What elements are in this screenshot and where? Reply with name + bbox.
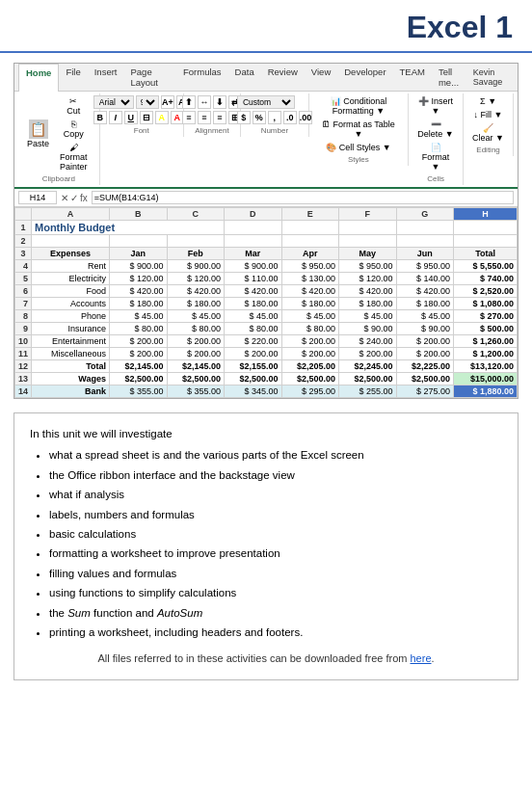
misc-jan[interactable]: $ 200.00: [110, 348, 168, 360]
tab-review[interactable]: Review: [261, 64, 305, 91]
header-total[interactable]: Total: [454, 248, 518, 260]
elec-feb[interactable]: $ 120.00: [167, 273, 225, 285]
misc-jun[interactable]: $ 200.00: [396, 348, 454, 360]
right-align-button[interactable]: ≡: [213, 111, 226, 124]
number-format-select[interactable]: Custom: [237, 95, 295, 109]
insert-cells-button[interactable]: ➕ Insert ▼: [414, 95, 457, 117]
wages-total[interactable]: $15,000.00: [454, 373, 518, 385]
phone-may[interactable]: $ 45.00: [339, 310, 397, 323]
confirm-formula-icon[interactable]: ✓: [70, 193, 78, 203]
header-feb[interactable]: Feb: [167, 248, 225, 260]
food-may[interactable]: $ 420.00: [339, 285, 397, 298]
cut-button[interactable]: ✂ Cut: [54, 95, 93, 117]
tab-file[interactable]: File: [59, 64, 87, 91]
col-d[interactable]: D: [225, 208, 282, 221]
format-painter-button[interactable]: 🖌 Format Painter: [54, 142, 93, 173]
wages-feb[interactable]: $2,500.00: [167, 373, 225, 385]
increase-font-button[interactable]: A+: [161, 95, 174, 109]
header-jun[interactable]: Jun: [396, 248, 454, 260]
acc-feb[interactable]: $ 180.00: [167, 298, 225, 310]
currency-button[interactable]: $: [237, 111, 251, 124]
tab-view[interactable]: View: [305, 64, 337, 91]
font-name-select[interactable]: Arial: [93, 95, 134, 109]
label-phone[interactable]: Phone: [32, 310, 110, 323]
ins-apr[interactable]: $ 80.00: [281, 323, 339, 335]
col-f[interactable]: F: [339, 208, 397, 221]
title-cell[interactable]: Monthly Budget: [32, 221, 225, 235]
ent-jun[interactable]: $ 200.00: [396, 335, 454, 348]
wages-jun[interactable]: $2,500.00: [396, 373, 454, 385]
misc-may[interactable]: $ 200.00: [339, 348, 397, 360]
total-apr[interactable]: $2,205.00: [281, 360, 339, 373]
formula-input[interactable]: [92, 191, 514, 204]
acc-apr[interactable]: $ 180.00: [281, 298, 339, 310]
wages-jan[interactable]: $2,500.00: [110, 373, 168, 385]
label-total[interactable]: Total: [32, 360, 110, 373]
total-jan[interactable]: $2,145.00: [110, 360, 168, 373]
total-feb[interactable]: $2,145.00: [167, 360, 225, 373]
sum-button[interactable]: Σ ▼: [469, 95, 507, 107]
misc-mar[interactable]: $ 200.00: [225, 348, 282, 360]
clear-button[interactable]: 🧹 Clear ▼: [469, 122, 507, 144]
total-total[interactable]: $13,120.00: [454, 360, 518, 373]
rent-may[interactable]: $ 950.00: [339, 260, 397, 273]
food-apr[interactable]: $ 420.00: [281, 285, 339, 298]
fill-button[interactable]: ↓ Fill ▼: [469, 109, 507, 120]
label-food[interactable]: Food: [32, 285, 110, 298]
label-misc[interactable]: Miscellaneous: [32, 348, 110, 360]
wages-apr[interactable]: $2,500.00: [281, 373, 339, 385]
copy-button[interactable]: ⎘ Copy: [54, 119, 93, 140]
cell-styles-button[interactable]: 🎨 Cell Styles ▼: [315, 142, 402, 153]
acc-total[interactable]: $ 1,080.00: [454, 298, 518, 310]
col-b[interactable]: B: [110, 208, 168, 221]
cell-reference-input[interactable]: [18, 191, 57, 204]
phone-jun[interactable]: $ 45.00: [396, 310, 454, 323]
middle-align-button[interactable]: ↔: [198, 95, 211, 109]
comma-button[interactable]: ,: [268, 111, 281, 124]
fill-color-button[interactable]: A: [155, 111, 169, 124]
header-may[interactable]: May: [339, 248, 397, 260]
ins-total[interactable]: $ 500.00: [454, 323, 518, 335]
rent-total[interactable]: $ 5,550.00: [454, 260, 518, 273]
format-cells-button[interactable]: 📄 Format ▼: [414, 142, 457, 173]
col-c[interactable]: C: [167, 208, 225, 221]
food-mar[interactable]: $ 420.00: [225, 285, 282, 298]
label-accounts[interactable]: Accounts: [32, 298, 110, 310]
phone-mar[interactable]: $ 45.00: [225, 310, 282, 323]
elec-total[interactable]: $ 740.00: [454, 273, 518, 285]
elec-jun[interactable]: $ 140.00: [396, 273, 454, 285]
elec-apr[interactable]: $ 130.00: [281, 273, 339, 285]
font-size-select[interactable]: 9: [136, 95, 159, 109]
misc-apr[interactable]: $ 200.00: [281, 348, 339, 360]
food-total[interactable]: $ 2,520.00: [454, 285, 518, 298]
border-button[interactable]: ⊟: [140, 111, 153, 124]
label-wages[interactable]: Wages: [32, 373, 110, 385]
tab-page-layout[interactable]: Page Layout: [123, 64, 176, 91]
bank-apr[interactable]: $ 295.00: [281, 385, 339, 398]
elec-may[interactable]: $ 120.00: [339, 273, 397, 285]
misc-total[interactable]: $ 1,200.00: [454, 348, 518, 360]
tab-insert[interactable]: Insert: [88, 64, 124, 91]
col-h[interactable]: H: [454, 208, 518, 221]
format-as-table-button[interactable]: 🗓 Format as Table ▼: [315, 119, 402, 140]
rent-apr[interactable]: $ 950.00: [281, 260, 339, 273]
underline-button[interactable]: U: [124, 111, 138, 124]
tab-developer[interactable]: Developer: [337, 64, 392, 91]
tab-tell-me[interactable]: Tell me...: [432, 64, 473, 91]
acc-may[interactable]: $ 180.00: [339, 298, 397, 310]
tab-home[interactable]: Home: [18, 64, 59, 92]
bottom-align-button[interactable]: ⬇: [213, 95, 226, 109]
italic-button[interactable]: I: [109, 111, 122, 124]
bank-mar[interactable]: $ 345.00: [225, 385, 282, 398]
label-electricity[interactable]: Electricity: [32, 273, 110, 285]
acc-jun[interactable]: $ 180.00: [396, 298, 454, 310]
acc-jan[interactable]: $ 180.00: [110, 298, 168, 310]
ins-feb[interactable]: $ 80.00: [167, 323, 225, 335]
tab-team[interactable]: TEAM: [393, 64, 432, 91]
ent-mar[interactable]: $ 220.00: [225, 335, 282, 348]
bold-button[interactable]: B: [93, 111, 107, 124]
rent-jan[interactable]: $ 900.00: [110, 260, 168, 273]
total-jun[interactable]: $2,225.00: [396, 360, 454, 373]
header-jan[interactable]: Jan: [110, 248, 168, 260]
ent-may[interactable]: $ 240.00: [339, 335, 397, 348]
